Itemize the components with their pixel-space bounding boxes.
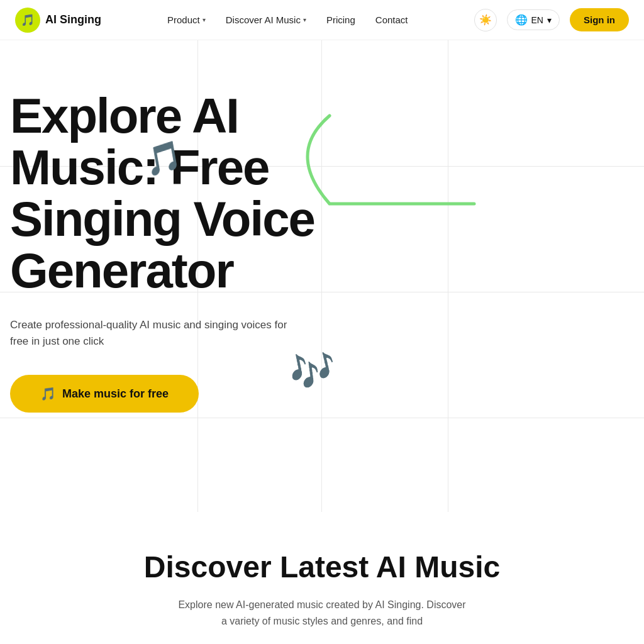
hero-subtitle: Create professional-quality AI music and…: [10, 317, 299, 350]
discover-subtitle: Explore new AI-generated music created b…: [174, 597, 470, 629]
pink-note-decoration: 🎵: [142, 138, 186, 179]
navbar: 🎵 AI Singing Product ▾ Discover AI Music…: [0, 0, 644, 40]
language-selector[interactable]: 🌐 EN ▾: [507, 9, 560, 30]
cta-label: Make music for free: [62, 387, 169, 401]
navbar-actions: ☀️ 🌐 EN ▾ Sign in: [474, 8, 629, 31]
blue-notes-decoration: 🎶: [286, 345, 340, 397]
discover-title: Discover Latest AI Music: [13, 550, 631, 584]
nav-contact[interactable]: Contact: [375, 14, 408, 25]
nav-pricing[interactable]: Pricing: [326, 14, 355, 25]
cta-button[interactable]: 🎵 Make music for free: [10, 375, 199, 413]
chevron-down-icon: ▾: [203, 16, 206, 23]
globe-icon: 🌐: [515, 14, 528, 26]
logo-icon[interactable]: 🎵: [15, 8, 40, 33]
brand-area: 🎵 AI Singing: [15, 8, 101, 33]
nav-discover[interactable]: Discover AI Music ▾: [226, 14, 306, 25]
chevron-down-icon: ▾: [303, 16, 306, 23]
discover-section: Discover Latest AI Music Explore new AI-…: [0, 512, 644, 641]
sun-icon: ☀️: [479, 14, 492, 26]
brand-name: AI Singing: [45, 13, 101, 26]
logo-emoji: 🎵: [21, 13, 35, 27]
green-curve-decoration: [279, 103, 480, 231]
nav-links: Product ▾ Discover AI Music ▾ Pricing Co…: [167, 14, 408, 25]
signin-button[interactable]: Sign in: [570, 8, 629, 31]
chevron-down-icon: ▾: [547, 15, 552, 25]
theme-toggle-button[interactable]: ☀️: [474, 9, 497, 31]
music-note-icon: 🎵: [40, 386, 56, 401]
hero-section: 🎵 🎶 Explore AI Music: Free Singing Voice…: [0, 40, 644, 512]
nav-product[interactable]: Product ▾: [167, 14, 206, 25]
